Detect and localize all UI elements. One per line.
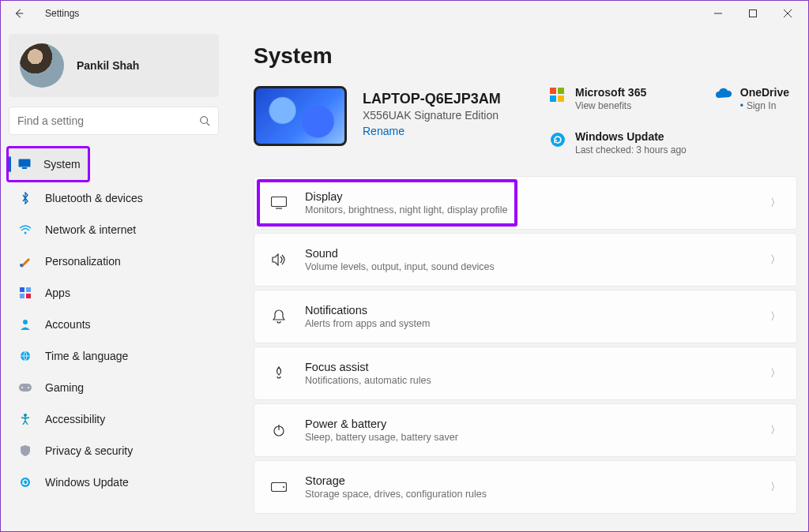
chevron-right-icon: 〉 [770, 196, 781, 210]
setting-sub: Sleep, battery usage, battery saver [305, 432, 458, 443]
window-minimize-button[interactable] [701, 2, 736, 25]
windows-update-tile-icon [550, 132, 566, 148]
sidebar-item-windows-update[interactable]: Windows Update [9, 466, 219, 498]
personalization-icon [18, 254, 32, 268]
focus-assist-icon [267, 366, 291, 380]
tile-label: OneDrive [740, 86, 789, 99]
bluetooth-icon [18, 191, 32, 205]
svg-rect-10 [20, 294, 24, 298]
page-title: System [254, 43, 797, 69]
svg-rect-24 [272, 197, 287, 207]
svg-rect-19 [550, 88, 556, 94]
microsoft-365-icon [550, 88, 566, 103]
svg-rect-11 [26, 294, 31, 298]
sidebar-item-gaming[interactable]: Gaming [9, 372, 219, 403]
windows-update-icon [18, 475, 32, 489]
setting-power-battery[interactable]: Power & battery Sleep, battery usage, ba… [254, 403, 797, 457]
sidebar-item-privacy[interactable]: Privacy & security [9, 435, 219, 466]
onedrive-signin: Sign In [747, 100, 776, 111]
svg-rect-9 [26, 287, 31, 292]
setting-display[interactable]: Display Monitors, brightness, night ligh… [254, 176, 797, 230]
svg-rect-5 [22, 167, 27, 169]
tile-sub: Last checked: 3 hours ago [575, 144, 687, 155]
sidebar-item-label: Accessibility [45, 413, 105, 425]
app-name: Settings [45, 8, 79, 19]
sidebar-item-apps[interactable]: Apps [9, 277, 219, 309]
titlebar: Settings [1, 1, 808, 26]
sidebar-item-label: Personalization [45, 255, 121, 268]
tile-onedrive[interactable]: OneDrive •Sign In [715, 86, 789, 155]
main-content: System LAPTOP-Q6EJP3AM X556UAK Signature… [227, 26, 808, 532]
svg-rect-1 [750, 10, 757, 17]
sound-icon [267, 253, 291, 266]
setting-title: Display [305, 190, 507, 203]
tile-microsoft-365[interactable]: Microsoft 365 View benefits [550, 86, 687, 111]
time-language-icon [18, 349, 32, 363]
chevron-right-icon: 〉 [770, 253, 781, 267]
quick-tiles: Microsoft 365 View benefits Windows Upda… [550, 86, 797, 155]
setting-title: Storage [305, 474, 487, 487]
svg-point-7 [20, 264, 23, 267]
rename-link[interactable]: Rename [363, 125, 404, 137]
setting-title: Power & battery [305, 418, 458, 430]
svg-point-6 [24, 232, 27, 234]
settings-list: Display Monitors, brightness, night ligh… [254, 176, 797, 514]
device-info-row: LAPTOP-Q6EJP3AM X556UAK Signature Editio… [254, 86, 797, 155]
sidebar: Pankil Shah System Bluetooth [1, 26, 227, 532]
sidebar-item-personalization[interactable]: Personalization [9, 245, 219, 277]
privacy-icon [18, 444, 32, 458]
window-maximize-button[interactable] [736, 2, 770, 25]
svg-line-3 [207, 123, 210, 126]
search-box[interactable] [9, 107, 219, 135]
setting-sub: Storage space, drives, configuration rul… [305, 489, 487, 500]
chevron-right-icon: 〉 [770, 423, 781, 437]
sidebar-item-label: Gaming [45, 381, 84, 394]
device-name: LAPTOP-Q6EJP3AM [363, 91, 501, 107]
sidebar-item-accounts[interactable]: Accounts [9, 309, 219, 340]
setting-sub: Notifications, automatic rules [305, 375, 431, 386]
svg-rect-8 [20, 287, 24, 292]
sidebar-item-bluetooth[interactable]: Bluetooth & devices [9, 182, 219, 214]
svg-point-23 [551, 133, 565, 147]
setting-title: Sound [305, 247, 495, 260]
setting-sub: Monitors, brightness, night light, displ… [305, 204, 507, 215]
device-info: LAPTOP-Q6EJP3AM X556UAK Signature Editio… [363, 86, 501, 138]
svg-point-29 [283, 486, 284, 488]
setting-storage[interactable]: Storage Storage space, drives, configura… [254, 460, 797, 514]
svg-rect-20 [558, 88, 564, 94]
setting-sound[interactable]: Sound Volume levels, output, input, soun… [254, 233, 797, 287]
power-icon [267, 423, 291, 437]
display-icon [267, 197, 291, 209]
search-input[interactable] [17, 114, 199, 127]
storage-icon [267, 482, 291, 492]
nav-list: System Bluetooth & devices Network & int… [9, 146, 219, 498]
setting-sub: Alerts from apps and system [305, 318, 430, 329]
svg-rect-22 [558, 96, 564, 102]
sidebar-item-label: System [43, 158, 81, 170]
profile-card[interactable]: Pankil Shah [9, 34, 219, 97]
svg-rect-14 [19, 384, 32, 392]
svg-point-17 [24, 414, 27, 417]
window-close-button[interactable] [770, 2, 805, 25]
gaming-icon [18, 380, 32, 395]
sidebar-item-label: Windows Update [45, 476, 129, 489]
setting-notifications[interactable]: Notifications Alerts from apps and syste… [254, 290, 797, 343]
svg-point-18 [21, 478, 30, 487]
onedrive-icon [715, 88, 731, 103]
sidebar-item-label: Accounts [45, 318, 91, 331]
device-thumbnail [254, 86, 347, 146]
svg-point-2 [201, 117, 208, 124]
tile-windows-update[interactable]: Windows Update Last checked: 3 hours ago [550, 130, 687, 155]
accessibility-icon [18, 412, 32, 426]
setting-sub: Volume levels, output, input, sound devi… [305, 261, 495, 272]
tile-sub: View benefits [575, 100, 646, 111]
chevron-right-icon: 〉 [770, 366, 781, 380]
sidebar-item-accessibility[interactable]: Accessibility [9, 403, 219, 435]
back-button[interactable] [7, 2, 31, 25]
notifications-icon [267, 309, 291, 324]
setting-focus-assist[interactable]: Focus assist Notifications, automatic ru… [254, 347, 797, 400]
sidebar-item-time-language[interactable]: Time & language [9, 340, 219, 372]
sidebar-item-label: Bluetooth & devices [45, 192, 143, 204]
sidebar-item-network[interactable]: Network & internet [9, 214, 219, 245]
sidebar-item-system[interactable]: System [9, 148, 88, 180]
